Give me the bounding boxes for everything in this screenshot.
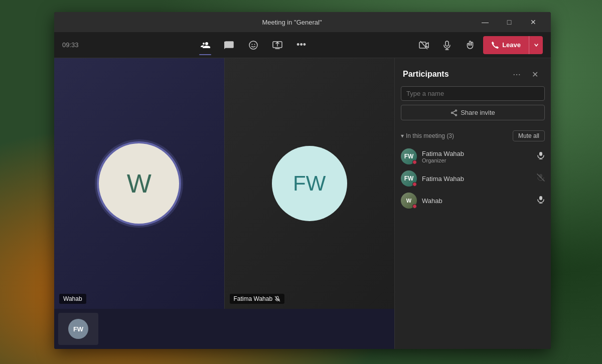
svg-point-17	[456, 114, 457, 116]
share-invite-label: Share invite	[461, 109, 495, 116]
panel-more-button[interactable]: ⋯	[509, 66, 525, 82]
participant-mic-2	[537, 173, 545, 184]
chat-icon	[224, 40, 234, 50]
svg-point-16	[452, 112, 453, 113]
video-label-wahab: Wahab	[59, 294, 86, 304]
participants-panel: Participants ⋯ ✕ Share invite	[394, 58, 551, 349]
leave-dropdown-button[interactable]	[529, 36, 543, 54]
bottom-strip: FW	[54, 309, 394, 349]
chevron-down-icon	[534, 43, 539, 48]
avatar-fw-initials: FW	[293, 171, 326, 196]
panel-header-actions: ⋯ ✕	[509, 66, 543, 82]
raise-hand-icon	[465, 40, 475, 50]
section-title: ▾ In this meeting (3)	[401, 132, 454, 139]
svg-rect-25	[539, 196, 542, 200]
title-bar: Meeting in "General" — □ ✕	[54, 12, 551, 32]
share-invite-button[interactable]: Share invite	[401, 105, 545, 120]
online-dot-1	[412, 160, 417, 164]
mic-muted-icon-2	[537, 173, 545, 181]
mic-button[interactable]	[437, 36, 457, 54]
leave-button[interactable]: Leave	[483, 36, 529, 54]
camera-button[interactable]	[414, 36, 434, 54]
panel-header: Participants ⋯ ✕	[395, 58, 551, 86]
participants-icon	[200, 40, 210, 50]
svg-point-15	[456, 110, 457, 111]
window-controls: — □ ✕	[474, 14, 545, 30]
meeting-toolbar: 09:33	[54, 32, 551, 58]
thumbnail-cell[interactable]: FW	[58, 313, 98, 345]
participant-info-2: Fatima Wahab	[422, 175, 532, 183]
participant-avatar-2: FW	[401, 170, 417, 187]
thumb-avatar: FW	[68, 319, 88, 339]
share-screen-icon	[272, 40, 282, 50]
panel-close-button[interactable]: ✕	[527, 66, 543, 82]
close-button[interactable]: ✕	[522, 14, 545, 30]
svg-line-18	[453, 111, 456, 112]
mic-icon	[442, 40, 452, 50]
svg-line-19	[453, 113, 456, 114]
search-box[interactable]	[401, 86, 545, 101]
share-screen-button[interactable]	[267, 36, 287, 54]
phone-icon	[491, 41, 499, 49]
mic-active-icon-3	[537, 196, 545, 204]
avatar-w: W	[99, 143, 179, 224]
mic-active-icon-1	[537, 151, 545, 159]
participant-item-3[interactable]: W Wahab	[395, 190, 551, 212]
panel-title: Participants	[403, 70, 449, 79]
participant-info-1: Fatima Wahab Organizer	[422, 150, 532, 163]
svg-point-4	[251, 44, 252, 45]
raise-hand-button[interactable]	[460, 36, 480, 54]
toolbar-center-buttons: •••	[92, 36, 414, 54]
minimize-button[interactable]: —	[474, 14, 497, 30]
video-area: W Wahab FW Fatima Wahab	[54, 58, 394, 349]
participant-avatar-3: W	[401, 193, 417, 209]
camera-icon	[419, 40, 429, 50]
svg-rect-10	[445, 41, 448, 46]
participants-button[interactable]	[195, 36, 215, 54]
svg-rect-20	[539, 152, 542, 156]
online-dot-2	[412, 182, 417, 187]
more-options-button[interactable]: •••	[291, 36, 312, 54]
video-cell-wahab: W Wahab	[54, 58, 225, 309]
reactions-button[interactable]	[243, 36, 263, 54]
teams-window: Meeting in "General" — □ ✕ 09:33	[54, 12, 551, 349]
participant-item-1[interactable]: FW Fatima Wahab Organizer	[395, 145, 551, 167]
mic-muted-icon	[274, 296, 280, 302]
toolbar-right-buttons: Leave	[414, 36, 543, 54]
svg-point-5	[254, 44, 255, 45]
window-title: Meeting in "General"	[110, 19, 474, 26]
svg-point-3	[249, 41, 257, 49]
share-icon	[450, 109, 458, 116]
participant-item-2[interactable]: FW Fatima Wahab	[395, 167, 551, 190]
meeting-time: 09:33	[62, 41, 92, 49]
participant-mic-1	[537, 151, 545, 161]
participant-mic-3	[537, 196, 545, 206]
chat-button[interactable]	[219, 36, 239, 54]
video-label-fatima: Fatima Wahab	[230, 294, 285, 304]
main-area: W Wahab FW Fatima Wahab	[54, 58, 551, 349]
participant-avatar-1: FW	[401, 148, 417, 164]
reactions-icon	[248, 40, 258, 50]
section-header: ▾ In this meeting (3) Mute all	[395, 126, 551, 145]
avatar-w-initials: W	[127, 168, 152, 199]
leave-button-group: Leave	[483, 36, 543, 54]
maximize-button[interactable]: □	[498, 14, 521, 30]
online-dot-3	[412, 204, 417, 209]
avatar-fw: FW	[272, 146, 347, 221]
more-options-icon: •••	[296, 40, 306, 50]
video-cell-fatima: FW Fatima Wahab	[225, 58, 395, 309]
video-grid: W Wahab FW Fatima Wahab	[54, 58, 394, 309]
search-input[interactable]	[406, 90, 539, 97]
mute-all-button[interactable]: Mute all	[513, 130, 545, 141]
participant-info-3: Wahab	[422, 197, 532, 205]
